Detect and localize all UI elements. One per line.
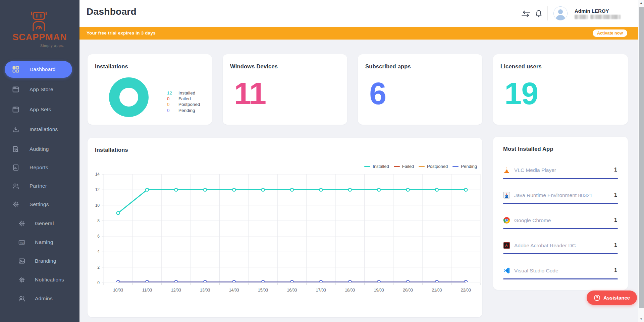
subscribed-apps-card: Subscribed apps 6 (358, 54, 482, 125)
app-list-item[interactable]: Java Runtime Environment 8u321 1 (503, 192, 618, 205)
legend-label: Pending (178, 108, 195, 113)
card-title: Most Installed App (503, 146, 553, 152)
gear-icon (18, 276, 25, 283)
app-name: VLC Media Player (514, 167, 556, 173)
audit-document-icon (12, 145, 19, 153)
sidebar-item-label: Auditing (30, 146, 49, 152)
app-count: 1 (614, 167, 617, 173)
svg-text:12/03: 12/03 (171, 288, 181, 293)
app-name: Adobe Acrobat Reader DC (514, 243, 576, 249)
people-icon (18, 295, 25, 302)
svg-text:14: 14 (95, 172, 100, 177)
svg-text:13/03: 13/03 (200, 288, 210, 293)
svg-text:12: 12 (95, 187, 100, 192)
card-title: Subscribed apps (365, 63, 411, 70)
installations-donut-chart (105, 74, 152, 121)
svg-text:16/03: 16/03 (287, 288, 297, 293)
app-list-item[interactable]: Visual Studio Code 1 (503, 267, 618, 280)
legend-value: 0 (167, 96, 178, 102)
sidebar-item-label: Installations (30, 126, 58, 132)
app-underline (503, 228, 618, 229)
sidebar-item-label: Settings (30, 201, 49, 207)
main-content: Installations 12Installed 0Failed 0Postp… (79, 40, 638, 322)
vlc-cone-icon (503, 167, 510, 174)
sidebar-item-label: Dashboard (30, 66, 56, 72)
user-subtitle-redacted (575, 15, 621, 19)
gear-icon (12, 201, 19, 208)
sidebar-item-label: Naming (35, 239, 53, 245)
sidebar-item-label: Admins (35, 296, 53, 302)
report-icon (12, 164, 19, 171)
chrome-icon (503, 217, 510, 224)
installations-line-chart: 0246810121410/0311/0312/0313/0314/0315/0… (88, 138, 482, 305)
sidebar-item-app-store[interactable]: App Store (0, 81, 79, 98)
sidebar-item-partner[interactable]: Partner (0, 178, 79, 194)
svg-text:2: 2 (97, 265, 100, 270)
legend-label: Failed (178, 96, 191, 102)
gear-icon (18, 220, 25, 227)
scrollbar-thumb[interactable] (639, 7, 644, 308)
svg-text:20/03: 20/03 (403, 288, 413, 293)
licensed-users-count: 19 (504, 77, 538, 110)
svg-text:14/03: 14/03 (229, 288, 239, 293)
installations-chart-card: Installations Installed Failed Postponed… (88, 138, 482, 317)
app-underline (503, 203, 618, 204)
sidebar-item-label: App Sets (30, 107, 51, 113)
sidebar-item-label: Reports (30, 165, 48, 171)
subscribed-apps-count: 6 (369, 77, 386, 110)
user-name[interactable]: Admin LEROY (575, 8, 609, 14)
bell-icon[interactable] (535, 9, 543, 18)
app-list-item[interactable]: Adobe Acrobat Reader DC 1 (503, 242, 618, 255)
download-icon (12, 126, 19, 133)
avatar[interactable] (553, 6, 568, 20)
legend-value: 0 (167, 108, 178, 113)
scroll-up-arrow[interactable]: ▲ (638, 0, 644, 6)
app-underline (503, 253, 618, 254)
sidebar-item-notifications[interactable]: Notifications (0, 271, 79, 288)
sidebar-item-general[interactable]: General (0, 215, 79, 232)
svg-text:11/03: 11/03 (142, 288, 152, 293)
app-count: 1 (614, 267, 617, 273)
app-name: Java Runtime Environment 8u321 (514, 192, 593, 198)
windows-devices-card: Windows Devices 11 (223, 54, 347, 125)
svg-text:0: 0 (97, 280, 100, 285)
sidebar-item-dashboard[interactable]: Dashboard (5, 61, 72, 78)
svg-text:Aa: Aa (20, 241, 24, 244)
svg-text:22/03: 22/03 (461, 288, 471, 293)
sidebar-item-reports[interactable]: Reports (0, 159, 79, 176)
card-title: Licensed users (500, 63, 542, 70)
person-icon (554, 7, 567, 20)
sidebar-item-label: Notifications (35, 277, 64, 283)
sidebar-item-installations[interactable]: Installations (0, 121, 79, 138)
activate-now-button[interactable]: Activate now (593, 29, 627, 37)
donut-legend: 12Installed 0Failed 0Postponed 0Pending (167, 90, 200, 113)
app-count: 1 (614, 217, 617, 223)
app-list-item[interactable]: Google Chrome 1 (503, 217, 618, 230)
sidebar-item-admins[interactable]: Admins (0, 290, 79, 307)
windows-devices-count: 11 (234, 77, 266, 110)
svg-text:18/03: 18/03 (345, 288, 355, 293)
sidebar-item-settings[interactable]: Settings (0, 196, 79, 213)
svg-text:19/03: 19/03 (374, 288, 384, 293)
app-list-item[interactable]: VLC Media Player 1 (503, 167, 618, 180)
svg-text:17/03: 17/03 (316, 288, 326, 293)
brand-tagline: Simply apps. (40, 44, 64, 48)
robot-logo-icon (30, 11, 48, 31)
sidebar-item-label: General (35, 220, 54, 227)
sidebar-item-auditing[interactable]: Auditing (0, 141, 79, 157)
assistance-button[interactable]: Assistance (587, 291, 637, 305)
image-icon (18, 257, 25, 265)
vertical-scrollbar[interactable]: ▲ ▼ (638, 0, 644, 322)
svg-text:4: 4 (97, 249, 100, 254)
svg-text:8: 8 (97, 218, 100, 223)
switch-icon[interactable] (522, 10, 530, 17)
legend-label: Postponed (178, 102, 200, 107)
sidebar-item-naming[interactable]: Aa Naming (0, 234, 79, 251)
sidebar-item-branding[interactable]: Branding (0, 253, 79, 269)
naming-icon: Aa (18, 239, 25, 246)
card-title: Installations (95, 63, 128, 70)
sidebar-item-app-sets[interactable]: App Sets (0, 101, 79, 118)
scroll-down-arrow[interactable]: ▼ (638, 316, 644, 322)
question-icon (594, 295, 600, 301)
app-count: 1 (614, 192, 617, 198)
